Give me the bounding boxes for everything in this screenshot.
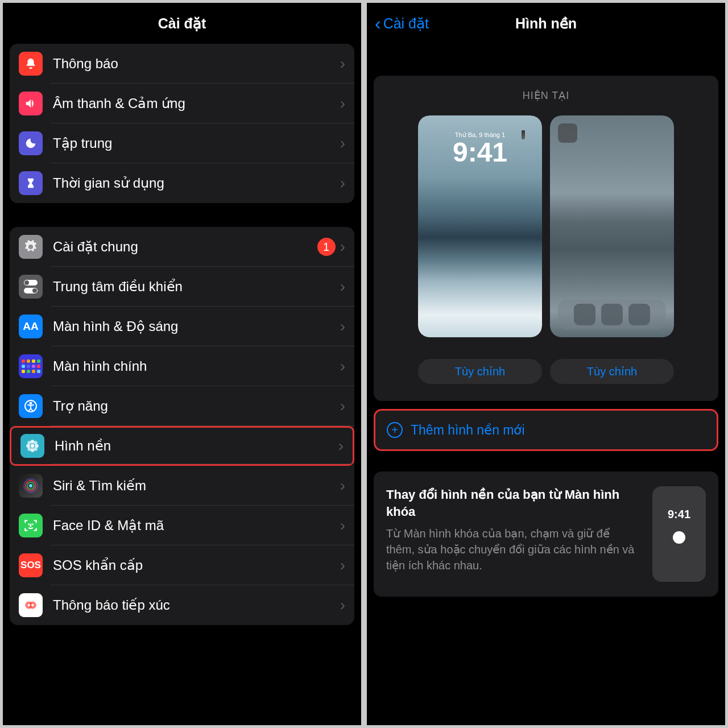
speaker-icon (19, 92, 43, 115)
settings-item-focus[interactable]: Tập trung › (10, 123, 354, 163)
item-label: Thông báo tiếp xúc (53, 597, 336, 613)
home-widget (558, 123, 577, 143)
wallpaper-previews: Thứ Ba, 9 tháng 1 9:41 (385, 115, 707, 337)
current-wallpaper-section: HIỆN TẠI Thứ Ba, 9 tháng 1 9:41 (374, 76, 718, 401)
bell-icon (19, 52, 43, 76)
tip-phone-illustration: 9:41 (652, 486, 706, 582)
customize-homescreen-button[interactable]: Tùy chỉnh (550, 359, 674, 384)
settings-item-control[interactable]: Trung tâm điều khiển › (10, 267, 354, 307)
svg-point-15 (28, 524, 29, 524)
settings-item-faceid[interactable]: Face ID & Mật mã › (10, 506, 354, 545)
homescreen-image (550, 115, 674, 337)
dock (558, 300, 666, 329)
section-title: HIỆN TẠI (385, 89, 707, 102)
chevron-right-icon: › (340, 134, 345, 152)
text-size-icon: AA (19, 315, 43, 338)
item-label: Cài đặt chung (53, 239, 317, 255)
chevron-right-icon: › (340, 397, 345, 415)
tip-description: Từ Màn hình khóa của bạn, chạm và giữ để… (386, 526, 641, 573)
item-label: Siri & Tìm kiếm (53, 478, 336, 494)
homescreen-preview[interactable] (550, 115, 674, 337)
svg-point-9 (27, 447, 31, 451)
chevron-right-icon: › (340, 516, 345, 535)
item-label: Màn hình chính (53, 358, 336, 374)
settings-item-general[interactable]: Cài đặt chung 1 › (10, 227, 354, 267)
item-label: Tập trung (53, 135, 336, 151)
svg-point-16 (32, 524, 33, 524)
chevron-right-icon: › (338, 437, 344, 455)
gear-icon (19, 235, 43, 259)
lock-clock: 9:41 (418, 139, 542, 166)
settings-panel: Cài đặt Thông báo › Âm thanh & Cảm ứng ›… (3, 3, 361, 725)
back-label: Cài đặt (383, 15, 429, 32)
item-label: Thời gian sử dụng (53, 175, 336, 191)
lock-time-display: Thứ Ba, 9 tháng 1 9:41 (418, 131, 542, 166)
svg-point-1 (30, 403, 32, 404)
settings-item-siri[interactable]: Siri & Tìm kiếm › (10, 466, 354, 506)
add-label: Thêm hình nền mới (411, 423, 525, 438)
lockscreen-preview[interactable]: Thứ Ba, 9 tháng 1 9:41 (418, 115, 542, 337)
settings-item-wallpaper[interactable]: Hình nền › (10, 426, 354, 466)
settings-group-1: Thông báo › Âm thanh & Cảm ứng › Tập tru… (10, 44, 354, 203)
siri-icon (19, 474, 43, 498)
settings-item-display[interactable]: AA Màn hình & Độ sáng › (10, 307, 354, 346)
settings-item-screentime[interactable]: Thời gian sử dụng › (10, 163, 354, 203)
chevron-right-icon: › (340, 477, 345, 495)
item-label: Hình nền (55, 438, 334, 454)
svg-point-14 (29, 484, 32, 487)
svg-point-19 (28, 604, 30, 606)
item-label: Trợ năng (53, 398, 336, 414)
svg-point-2 (31, 444, 35, 448)
flower-icon (20, 434, 44, 458)
moon-icon (19, 131, 43, 155)
item-label: Trung tâm điều khiển (53, 279, 336, 295)
wallpaper-panel: ‹ Cài đặt Hình nền HIỆN TẠI Thứ Ba, 9 th… (367, 3, 725, 725)
lockscreen-image: Thứ Ba, 9 tháng 1 9:41 (418, 115, 542, 337)
toggles-icon (19, 275, 43, 299)
svg-point-8 (34, 441, 37, 445)
chevron-right-icon: › (340, 238, 345, 256)
item-label: Màn hình & Độ sáng (53, 318, 336, 334)
hourglass-icon (19, 171, 43, 195)
chevron-right-icon: › (340, 357, 345, 375)
svg-point-20 (31, 604, 34, 606)
item-label: Face ID & Mật mã (53, 518, 336, 533)
notification-badge: 1 (317, 238, 336, 256)
chevron-right-icon: › (340, 174, 345, 192)
face-id-icon (19, 514, 43, 537)
back-button[interactable]: ‹ Cài đặt (375, 13, 429, 34)
chevron-left-icon: ‹ (375, 13, 381, 34)
tip-phone-dot (673, 531, 685, 544)
customize-lockscreen-button[interactable]: Tùy chỉnh (418, 359, 542, 384)
add-wallpaper-button[interactable]: + Thêm hình nền mới (374, 409, 718, 451)
item-label: Âm thanh & Cảm ứng (53, 96, 336, 111)
item-label: Thông báo (53, 56, 336, 72)
svg-point-7 (27, 441, 31, 445)
plus-circle-icon: + (387, 422, 403, 438)
chevron-right-icon: › (340, 278, 345, 296)
svg-point-10 (34, 447, 37, 451)
settings-item-accessibility[interactable]: Trợ năng › (10, 386, 354, 426)
sos-icon: SOS (19, 553, 43, 577)
settings-item-exposure[interactable]: Thông báo tiếp xúc › (10, 585, 354, 625)
settings-item-sos[interactable]: SOS SOS khẩn cấp › (10, 545, 354, 585)
tip-phone-time: 9:41 (668, 508, 690, 521)
nav-bar: ‹ Cài đặt Hình nền (367, 3, 725, 44)
exposure-icon (19, 593, 43, 617)
chevron-right-icon: › (340, 94, 345, 113)
settings-item-home[interactable]: Màn hình chính › (10, 346, 354, 386)
item-label: SOS khẩn cấp (53, 557, 336, 573)
settings-group-2: Cài đặt chung 1 › Trung tâm điều khiển ›… (10, 227, 354, 625)
tip-card: Thay đổi hình nền của bạn từ Màn hình kh… (374, 471, 718, 597)
chevron-right-icon: › (340, 317, 345, 336)
header-title: Cài đặt (3, 3, 361, 44)
home-grid-icon (19, 354, 43, 378)
tip-title: Thay đổi hình nền của bạn từ Màn hình kh… (386, 486, 641, 520)
accessibility-icon (19, 394, 43, 418)
settings-item-sounds[interactable]: Âm thanh & Cảm ứng › (10, 84, 354, 123)
settings-item-notifications[interactable]: Thông báo › (10, 44, 354, 84)
chevron-right-icon: › (340, 556, 345, 574)
chevron-right-icon: › (340, 596, 345, 614)
chevron-right-icon: › (340, 55, 345, 73)
